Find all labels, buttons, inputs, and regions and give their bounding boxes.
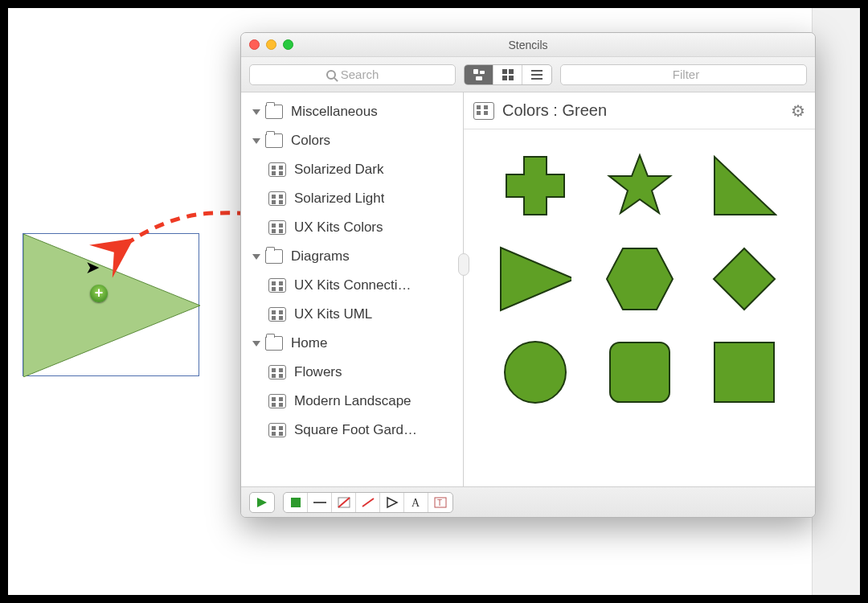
- tool-fill[interactable]: [284, 493, 308, 512]
- tool-stroke[interactable]: [308, 493, 332, 512]
- tree-label: Modern Landscape: [294, 393, 411, 409]
- stencil-icon: [268, 191, 286, 206]
- svg-rect-8: [531, 70, 542, 72]
- tree-label: UX Kits UML: [294, 306, 372, 322]
- shape-diamond[interactable]: [708, 245, 780, 313]
- tree-item-ux-kits-uml[interactable]: UX Kits UML: [241, 300, 463, 329]
- stencils-window: Stencils Search Filter: [240, 32, 816, 518]
- tool-text[interactable]: A: [404, 493, 428, 512]
- tree-label: Flowers: [294, 364, 342, 380]
- tree-item-solarized-dark[interactable]: Solarized Dark: [241, 155, 463, 184]
- window-title: Stencils: [508, 39, 547, 51]
- svg-rect-3: [476, 76, 482, 80]
- svg-rect-2: [480, 71, 485, 74]
- tool-text-box[interactable]: T: [428, 493, 452, 512]
- tree-folder-home[interactable]: Home: [241, 329, 463, 358]
- disclosure-icon[interactable]: [252, 254, 260, 260]
- filter-input[interactable]: Filter: [560, 64, 807, 85]
- tree-item-ux-kits-colors[interactable]: UX Kits Colors: [241, 213, 463, 242]
- shape-plus[interactable]: [499, 154, 571, 218]
- folder-icon: [265, 105, 283, 119]
- tree-label: Miscellaneous: [291, 104, 378, 120]
- folder-icon: [265, 336, 283, 351]
- svg-rect-7: [509, 76, 514, 80]
- tree-item-flowers[interactable]: Flowers: [241, 358, 463, 387]
- new-stencil-button[interactable]: [249, 492, 275, 513]
- shape-triangle[interactable]: [499, 246, 571, 312]
- shape-grid: [464, 129, 815, 429]
- tree-folder-miscellaneous[interactable]: Miscellaneous: [241, 97, 463, 126]
- svg-marker-12: [714, 157, 776, 215]
- search-icon: [326, 70, 336, 80]
- view-mode-grid[interactable]: [493, 65, 522, 84]
- tree-label: UX Kits Colors: [294, 219, 383, 236]
- close-button[interactable]: [249, 39, 260, 50]
- stencil-icon: [268, 307, 286, 322]
- stencil-icon: [268, 278, 286, 293]
- shape-circle[interactable]: [499, 338, 571, 406]
- inspector-panel-background: [812, 8, 860, 595]
- svg-rect-9: [531, 74, 542, 76]
- shape-right-triangle[interactable]: [708, 154, 780, 218]
- svg-marker-13: [501, 248, 571, 310]
- svg-rect-10: [531, 78, 542, 80]
- zoom-button[interactable]: [283, 39, 293, 50]
- traffic-lights: [241, 39, 293, 50]
- svg-marker-19: [257, 498, 267, 507]
- tool-no-fill[interactable]: [332, 493, 356, 512]
- cursor-arrow-icon: ➤: [85, 259, 100, 277]
- svg-marker-25: [387, 498, 397, 507]
- view-mode-hierarchy[interactable]: [465, 65, 493, 84]
- toolbar: Search Filter: [241, 57, 815, 92]
- shape-star[interactable]: [604, 152, 676, 219]
- tree-item-modern-landscape[interactable]: Modern Landscape: [241, 387, 463, 416]
- tree-item-ux-kits-connections[interactable]: UX Kits Connecti…: [241, 271, 463, 300]
- svg-rect-5: [509, 69, 514, 74]
- svg-line-24: [362, 498, 374, 507]
- stencil-icon: [473, 102, 494, 120]
- search-placeholder: Search: [341, 68, 379, 81]
- window-body: Miscellaneous Colors Solarized Dark Sola…: [241, 92, 815, 486]
- tree-label: Home: [291, 335, 327, 351]
- folder-icon: [265, 133, 283, 148]
- tree-item-solarized-light[interactable]: Solarized Light: [241, 184, 463, 213]
- filter-placeholder: Filter: [673, 68, 699, 81]
- tree-folder-colors[interactable]: Colors: [241, 126, 463, 155]
- tool-shape[interactable]: [380, 493, 404, 512]
- tree-label: Diagrams: [291, 248, 350, 265]
- folder-icon: [265, 249, 283, 264]
- stencil-icon: [268, 394, 286, 408]
- tool-segmented: A T: [283, 492, 453, 513]
- shape-hexagon[interactable]: [604, 245, 676, 313]
- svg-rect-6: [502, 76, 507, 80]
- tree-label: Solarized Light: [294, 191, 384, 207]
- svg-rect-4: [502, 69, 507, 74]
- tree-label: Colors: [291, 133, 330, 149]
- search-input[interactable]: Search: [249, 64, 456, 85]
- gear-icon[interactable]: ⚙: [791, 101, 805, 121]
- tree-folder-diagrams[interactable]: Diagrams: [241, 242, 463, 271]
- content-header: Colors : Green ⚙: [464, 92, 815, 129]
- tree-label: Solarized Dark: [294, 162, 384, 178]
- titlebar[interactable]: Stencils: [241, 33, 815, 57]
- minimize-button[interactable]: [266, 39, 276, 50]
- stencil-icon: [268, 423, 286, 437]
- svg-line-23: [338, 498, 350, 507]
- tree-label: Square Foot Gard…: [294, 422, 417, 438]
- tool-line[interactable]: [356, 493, 380, 512]
- cursor-plus-badge-icon: +: [90, 285, 108, 302]
- tree-item-square-foot-gardening[interactable]: Square Foot Gard…: [241, 416, 463, 445]
- svg-rect-1: [473, 69, 478, 74]
- shape-square[interactable]: [708, 339, 780, 405]
- shape-rounded-square[interactable]: [604, 339, 676, 405]
- stencil-tree[interactable]: Miscellaneous Colors Solarized Dark Sola…: [241, 92, 464, 486]
- sidebar-resize-handle[interactable]: [458, 253, 469, 276]
- svg-rect-17: [610, 343, 669, 402]
- view-mode-list[interactable]: [522, 65, 551, 84]
- disclosure-icon[interactable]: [252, 138, 260, 144]
- stencil-icon: [268, 365, 286, 379]
- disclosure-icon[interactable]: [252, 341, 260, 347]
- disclosure-icon[interactable]: [252, 109, 260, 115]
- svg-point-16: [505, 342, 566, 403]
- svg-rect-18: [714, 343, 774, 402]
